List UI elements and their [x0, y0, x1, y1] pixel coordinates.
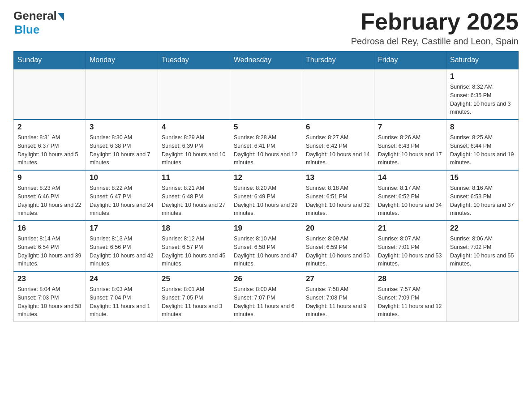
day-number: 4 [162, 123, 226, 132]
day-info: Sunrise: 8:21 AMSunset: 6:48 PMDaylight:… [162, 184, 226, 218]
calendar-cell: 10Sunrise: 8:22 AMSunset: 6:47 PMDayligh… [86, 170, 158, 221]
day-info: Sunrise: 8:00 AMSunset: 7:07 PMDaylight:… [234, 285, 298, 319]
day-info: Sunrise: 8:32 AMSunset: 6:35 PMDaylight:… [450, 83, 515, 116]
header-saturday: Saturday [446, 51, 519, 69]
day-info: Sunrise: 8:28 AMSunset: 6:41 PMDaylight:… [234, 133, 298, 167]
day-number: 21 [378, 224, 442, 233]
day-info: Sunrise: 8:18 AMSunset: 6:51 PMDaylight:… [306, 184, 370, 218]
calendar-cell: 27Sunrise: 7:58 AMSunset: 7:08 PMDayligh… [302, 271, 374, 322]
logo-arrow-icon [58, 13, 64, 21]
calendar-week-5: 23Sunrise: 8:04 AMSunset: 7:03 PMDayligh… [14, 271, 519, 322]
day-info: Sunrise: 8:23 AMSunset: 6:46 PMDaylight:… [17, 184, 82, 218]
day-info: Sunrise: 8:10 AMSunset: 6:58 PMDaylight:… [234, 235, 298, 268]
logo: General Blue [13, 9, 64, 37]
calendar-cell: 15Sunrise: 8:16 AMSunset: 6:53 PMDayligh… [446, 170, 519, 221]
day-info: Sunrise: 8:14 AMSunset: 6:54 PMDaylight:… [17, 235, 82, 268]
calendar-cell: 13Sunrise: 8:18 AMSunset: 6:51 PMDayligh… [302, 170, 374, 221]
day-number: 27 [306, 274, 370, 283]
day-info: Sunrise: 8:29 AMSunset: 6:39 PMDaylight:… [162, 133, 226, 167]
day-info: Sunrise: 8:06 AMSunset: 7:02 PMDaylight:… [450, 235, 515, 268]
day-info: Sunrise: 8:22 AMSunset: 6:47 PMDaylight:… [90, 184, 154, 218]
day-info: Sunrise: 8:07 AMSunset: 7:01 PMDaylight:… [378, 235, 442, 268]
day-number: 11 [162, 173, 226, 182]
calendar-cell [446, 271, 519, 322]
day-number: 22 [450, 224, 515, 233]
day-info: Sunrise: 8:27 AMSunset: 6:42 PMDaylight:… [306, 133, 370, 167]
logo-blue-text: Blue [14, 23, 64, 37]
day-number: 15 [450, 173, 515, 182]
location-title: Pedrosa del Rey, Castille and Leon, Spai… [351, 36, 519, 47]
day-number: 7 [378, 123, 442, 132]
day-number: 23 [17, 274, 82, 283]
calendar-cell: 2Sunrise: 8:31 AMSunset: 6:37 PMDaylight… [14, 120, 86, 170]
day-number: 8 [450, 123, 515, 132]
logo-general-text: General [13, 9, 57, 23]
calendar-cell: 17Sunrise: 8:13 AMSunset: 6:56 PMDayligh… [86, 221, 158, 271]
calendar-cell: 11Sunrise: 8:21 AMSunset: 6:48 PMDayligh… [158, 170, 230, 221]
day-number: 12 [234, 173, 298, 182]
day-number: 9 [17, 173, 82, 182]
calendar-cell: 23Sunrise: 8:04 AMSunset: 7:03 PMDayligh… [14, 271, 86, 322]
calendar-cell: 12Sunrise: 8:20 AMSunset: 6:49 PMDayligh… [230, 170, 302, 221]
day-info: Sunrise: 8:26 AMSunset: 6:43 PMDaylight:… [378, 133, 442, 167]
day-number: 13 [306, 173, 370, 182]
calendar-cell [158, 69, 230, 120]
day-number: 14 [378, 173, 442, 182]
header-tuesday: Tuesday [158, 51, 230, 69]
day-number: 3 [90, 123, 154, 132]
page-header: General Blue February 2025 Pedrosa del R… [13, 9, 519, 47]
calendar-cell: 6Sunrise: 8:27 AMSunset: 6:42 PMDaylight… [302, 120, 374, 170]
calendar-cell: 19Sunrise: 8:10 AMSunset: 6:58 PMDayligh… [230, 221, 302, 271]
day-info: Sunrise: 8:31 AMSunset: 6:37 PMDaylight:… [17, 133, 82, 167]
day-number: 24 [90, 274, 154, 283]
day-number: 6 [306, 123, 370, 132]
calendar-cell: 9Sunrise: 8:23 AMSunset: 6:46 PMDaylight… [14, 170, 86, 221]
day-number: 20 [306, 224, 370, 233]
calendar-table: SundayMondayTuesdayWednesdayThursdayFrid… [13, 51, 519, 322]
day-info: Sunrise: 8:09 AMSunset: 6:59 PMDaylight:… [306, 235, 370, 268]
day-number: 5 [234, 123, 298, 132]
calendar-cell: 16Sunrise: 8:14 AMSunset: 6:54 PMDayligh… [14, 221, 86, 271]
header-thursday: Thursday [302, 51, 374, 69]
calendar-cell [86, 69, 158, 120]
calendar-cell: 25Sunrise: 8:01 AMSunset: 7:05 PMDayligh… [158, 271, 230, 322]
calendar-cell: 24Sunrise: 8:03 AMSunset: 7:04 PMDayligh… [86, 271, 158, 322]
day-info: Sunrise: 8:04 AMSunset: 7:03 PMDaylight:… [17, 285, 82, 319]
day-info: Sunrise: 8:12 AMSunset: 6:57 PMDaylight:… [162, 235, 226, 268]
month-title: February 2025 [351, 9, 519, 34]
calendar-week-4: 16Sunrise: 8:14 AMSunset: 6:54 PMDayligh… [14, 221, 519, 271]
day-number: 28 [378, 274, 442, 283]
day-number: 26 [234, 274, 298, 283]
header-monday: Monday [86, 51, 158, 69]
calendar-week-2: 2Sunrise: 8:31 AMSunset: 6:37 PMDaylight… [14, 120, 519, 170]
day-info: Sunrise: 7:58 AMSunset: 7:08 PMDaylight:… [306, 285, 370, 319]
day-number: 17 [90, 224, 154, 233]
day-number: 18 [162, 224, 226, 233]
calendar-week-3: 9Sunrise: 8:23 AMSunset: 6:46 PMDaylight… [14, 170, 519, 221]
calendar-cell [374, 69, 446, 120]
title-section: February 2025 Pedrosa del Rey, Castille … [351, 9, 519, 47]
calendar-cell: 8Sunrise: 8:25 AMSunset: 6:44 PMDaylight… [446, 120, 519, 170]
calendar-header-row: SundayMondayTuesdayWednesdayThursdayFrid… [14, 51, 519, 69]
day-info: Sunrise: 8:16 AMSunset: 6:53 PMDaylight:… [450, 184, 515, 218]
header-friday: Friday [374, 51, 446, 69]
header-wednesday: Wednesday [230, 51, 302, 69]
day-info: Sunrise: 8:01 AMSunset: 7:05 PMDaylight:… [162, 285, 226, 319]
day-info: Sunrise: 7:57 AMSunset: 7:09 PMDaylight:… [378, 285, 442, 319]
day-number: 1 [450, 72, 515, 81]
day-number: 19 [234, 224, 298, 233]
calendar-cell: 4Sunrise: 8:29 AMSunset: 6:39 PMDaylight… [158, 120, 230, 170]
calendar-cell: 1Sunrise: 8:32 AMSunset: 6:35 PMDaylight… [446, 69, 519, 120]
day-info: Sunrise: 8:13 AMSunset: 6:56 PMDaylight:… [90, 235, 154, 268]
day-info: Sunrise: 8:30 AMSunset: 6:38 PMDaylight:… [90, 133, 154, 167]
day-number: 2 [17, 123, 82, 132]
calendar-cell: 20Sunrise: 8:09 AMSunset: 6:59 PMDayligh… [302, 221, 374, 271]
calendar-cell: 3Sunrise: 8:30 AMSunset: 6:38 PMDaylight… [86, 120, 158, 170]
calendar-cell: 21Sunrise: 8:07 AMSunset: 7:01 PMDayligh… [374, 221, 446, 271]
calendar-cell [230, 69, 302, 120]
day-number: 25 [162, 274, 226, 283]
day-info: Sunrise: 8:03 AMSunset: 7:04 PMDaylight:… [90, 285, 154, 319]
calendar-cell: 22Sunrise: 8:06 AMSunset: 7:02 PMDayligh… [446, 221, 519, 271]
header-sunday: Sunday [14, 51, 86, 69]
calendar-week-1: 1Sunrise: 8:32 AMSunset: 6:35 PMDaylight… [14, 69, 519, 120]
